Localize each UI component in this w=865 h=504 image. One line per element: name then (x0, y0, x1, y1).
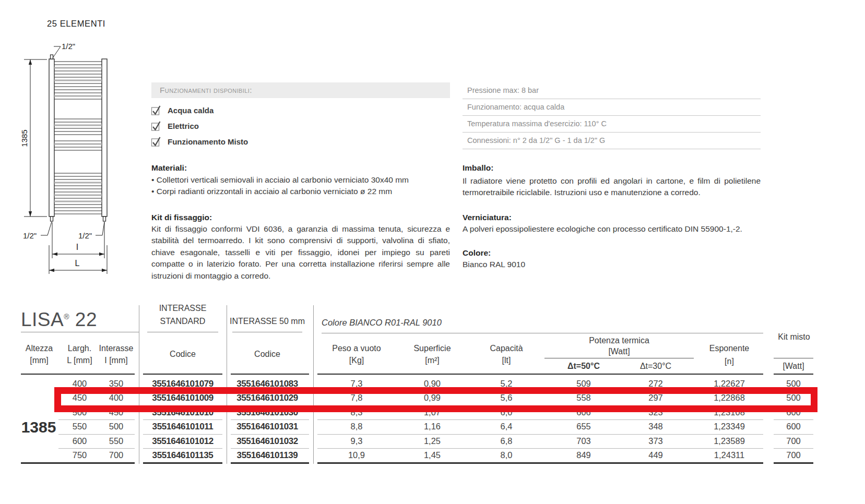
col-header-interasse-unit: I [mm] (97, 356, 136, 365)
table-bottom-line (774, 462, 813, 464)
tube-group-2 (54, 119, 102, 150)
table-cell: 750 (60, 448, 99, 462)
header-separator (143, 374, 222, 375)
col-header-altezza: Altezza (20, 344, 58, 353)
spec-list: Pressione max: 8 bar Funzionamento: acqu… (463, 82, 761, 149)
product-title: LISA® 22 (21, 309, 97, 331)
col-header-esponente: Esponente (691, 344, 767, 353)
feature-label: Funzionamento Misto (168, 137, 248, 147)
spec-row-funzionamento: Funzionamento: acqua calda (463, 99, 761, 116)
col-header-largh-unit: L [mm] (60, 356, 99, 365)
col-header-peso-unit: [Kg] (318, 356, 395, 365)
table-cell: 3551646101135 (143, 448, 222, 462)
bottom-left-connection (51, 217, 53, 221)
table-cell: 6,4 (470, 419, 543, 434)
table-cell: 9,3 (318, 434, 395, 448)
painting-title: Verniciatura: (463, 213, 512, 222)
table-cell: 550 (60, 419, 99, 434)
table-cell: 3551646101032 (228, 434, 306, 448)
table-bottom-line (143, 462, 222, 464)
table-cell: 600 (774, 419, 813, 434)
color-title: Colore: (463, 248, 491, 258)
spec-row-pressione: Pressione max: 8 bar (463, 82, 761, 99)
spec-row-temperatura: Temperatura massima d'esercizio: 110° C (463, 116, 761, 133)
table-cell: 500 (97, 419, 136, 434)
col-header-largh: Largh. (60, 344, 99, 353)
highlight-box (54, 387, 817, 412)
feature-label: Acqua calda (168, 105, 214, 116)
arrow-right-l (102, 269, 107, 272)
col-header-capacita-unit: [lt] (470, 356, 543, 365)
feature-row-elettrico: Elettrico (151, 119, 199, 131)
arrow-right-i (99, 253, 104, 256)
material-item: Collettori verticali semiovali in acciai… (151, 175, 409, 185)
registered-trademark: ® (64, 313, 69, 321)
group-header-kit-misto: Kit misto (774, 333, 814, 342)
packaging-text: Il radiatore viene protetto con profili … (463, 175, 761, 199)
table-cell: 1,16 (395, 419, 470, 434)
radiator-drawing: 1385 1/2" 1/2" 1/2" I (0, 29, 136, 300)
table-cell: 3551646101139 (228, 448, 306, 462)
feature-row-acqua-calda: Acqua calda (151, 103, 214, 116)
table-bottom-line (231, 462, 309, 464)
material-item: Corpi radianti orizzontali in acciaio al… (151, 187, 409, 196)
interasse-dimension-label: I (76, 243, 78, 251)
col-header-codice-50: Codice (228, 350, 306, 359)
altezza-value: 1385 (20, 418, 57, 436)
col-header-altezza-unit: [mm] (20, 356, 58, 365)
top-connection-label: 1/2" (62, 42, 75, 51)
bottom-center-leader (96, 222, 104, 235)
col-header-codice-standard: Codice (143, 350, 222, 359)
materials-list: Collettori verticali semiovali in acciai… (151, 175, 409, 198)
table-cell: 8,0 (470, 448, 543, 462)
header-separator (317, 374, 763, 375)
table-cell: 700 (774, 434, 813, 448)
potenza-rule (544, 358, 694, 358)
table-cell: 373 (619, 434, 692, 448)
group-header-colore: Colore BIANCO R01-RAL 9010 (322, 318, 442, 327)
group-header-interasse-standard-2: STANDARD (143, 317, 222, 326)
col-header-dt50: Δt=50°C (544, 362, 623, 371)
group-rule (322, 333, 763, 333)
left-rail (49, 59, 54, 217)
arrow-left-l (49, 269, 54, 272)
top-connection (51, 55, 53, 59)
table-cell: 700 (774, 448, 813, 462)
color-text: Bianco RAL 9010 (463, 260, 525, 269)
table-cell: 550 (97, 434, 136, 448)
table-cell: 3551646101012 (143, 434, 222, 448)
features-header-bar: Funzionamenti disponibili: (151, 82, 450, 98)
group-header-interasse-standard: INTERASSE (143, 304, 222, 313)
table-cell: 8,8 (318, 419, 395, 434)
column-separator (313, 305, 314, 464)
diagram-title: 25 ELEMENTI (47, 19, 105, 29)
table-cell: 1,24311 (691, 448, 767, 462)
kit-rule (774, 358, 813, 358)
right-rail (102, 59, 107, 217)
height-dimension-label: 1385 (20, 129, 29, 147)
table-cell: 3551646101031 (228, 419, 306, 434)
table-cell: 449 (619, 448, 692, 462)
larghezza-dimension-label: L (75, 259, 80, 268)
group-rule (232, 332, 302, 332)
header-separator (774, 374, 813, 375)
table-cell: 348 (619, 419, 692, 434)
header-separator (231, 374, 309, 375)
table-cell: 1,45 (395, 448, 470, 462)
group-header-interasse-50: INTERASSE 50 mm (228, 317, 306, 326)
table-cell: 655 (544, 419, 623, 434)
header-separator (21, 374, 135, 375)
arrow-left-i (52, 253, 57, 256)
tube-group-3 (54, 173, 102, 214)
col-header-kit-unit: [Watt] (774, 362, 813, 371)
table-cell: 6,8 (470, 434, 543, 448)
col-header-potenza: Potenza termica (544, 337, 694, 345)
tube-group-1-shade (54, 68, 102, 96)
bottom-left-leader (41, 222, 52, 235)
arrow-down (29, 211, 32, 217)
group-rule (147, 332, 218, 332)
mounting-kit-text: Kit di fissaggio conformi VDI 6036, a ga… (151, 223, 450, 282)
interasse-dimension (52, 222, 104, 258)
column-separator (139, 305, 139, 464)
table-cell: 600 (60, 434, 99, 448)
